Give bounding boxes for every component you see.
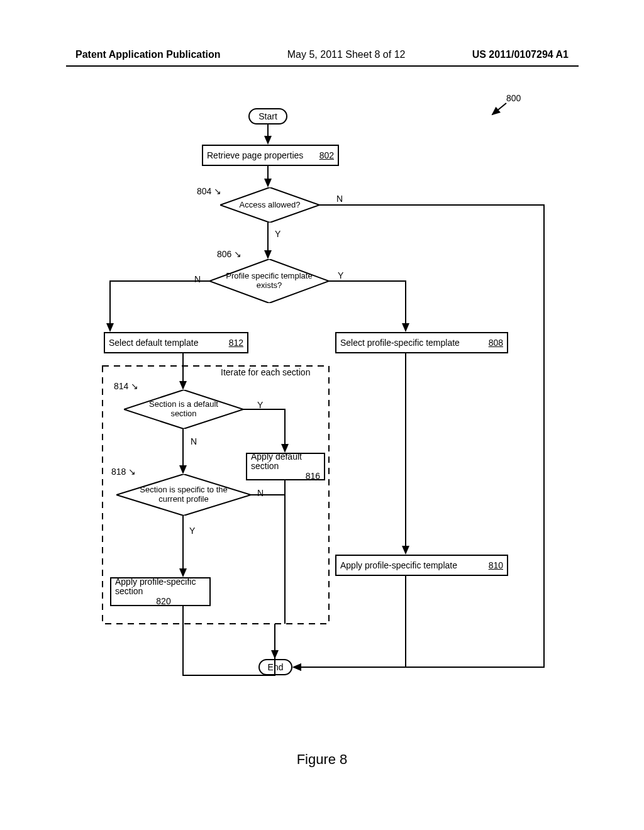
figure-ref-800: 800 [506, 93, 521, 103]
flowchart-canvas: 800 Start Retrieve page properties 802 A… [66, 82, 579, 711]
figure-caption: Figure 8 [0, 751, 644, 768]
decision-section-specific-profile: Section is specific to the current profi… [116, 474, 251, 516]
svg-line-4 [492, 103, 506, 114]
terminator-end-label: End [268, 662, 284, 672]
process-apply-profile-template-label: Apply profile-specific template [340, 560, 482, 570]
branch-no-section-profile: N [257, 488, 264, 498]
decision-profile-template-text: Profile specific template exists? [221, 272, 318, 290]
branch-yes-profile-template: Y [338, 270, 343, 280]
process-apply-profile-template-ref: 810 [482, 560, 503, 570]
decision-profile-template-ref: 806 ↘ [217, 249, 242, 259]
branch-yes-default-section: Y [257, 400, 263, 410]
process-retrieve-label: Retrieve page properties [207, 150, 313, 160]
process-select-default-template: Select default template 812 [104, 332, 248, 353]
process-retrieve-page-properties: Retrieve page properties 802 [202, 145, 339, 166]
process-select-default-label: Select default template [109, 338, 223, 348]
decision-section-default-text: Section is a default section [135, 400, 232, 419]
process-select-profile-label: Select profile-specific template [340, 338, 482, 348]
terminator-start: Start [248, 108, 287, 124]
process-apply-profile-section-label: Apply profile-specific section [115, 577, 206, 597]
decision-profile-template-exists: Profile specific template exists? [209, 259, 329, 303]
page-header: Patent Application Publication May 5, 20… [0, 49, 644, 60]
process-select-profile-ref: 808 [482, 338, 503, 348]
process-apply-default-section: Apply default section 816 [246, 453, 325, 480]
header-patent-number: US 2011/0107294 A1 [472, 49, 569, 60]
process-retrieve-ref: 802 [313, 150, 334, 160]
decision-access-allowed: Access allowed? [220, 187, 319, 223]
decision-access-text: Access allowed? [240, 201, 301, 210]
header-publication: Patent Application Publication [75, 49, 221, 60]
decision-access-ref: 804 ↘ [197, 186, 221, 196]
branch-no-access: N [336, 194, 343, 204]
branch-no-default-section: N [191, 436, 197, 446]
terminator-end: End [258, 659, 292, 675]
terminator-start-label: Start [258, 111, 277, 121]
process-apply-profile-template: Apply profile-specific template 810 [335, 555, 508, 576]
process-apply-default-section-label: Apply default section [251, 452, 320, 472]
decision-section-default: Section is a default section [124, 390, 243, 429]
branch-yes-section-profile: Y [189, 526, 195, 536]
branch-yes-access: Y [275, 229, 280, 239]
process-apply-profile-section: Apply profile-specific section 820 [110, 577, 211, 606]
decision-section-specific-ref: 818 ↘ [111, 467, 136, 477]
branch-no-profile-template: N [194, 274, 201, 284]
header-date-sheet: May 5, 2011 Sheet 8 of 12 [287, 49, 406, 60]
iterate-loop-label: Iterate for each section [221, 367, 310, 377]
process-select-default-ref: 812 [223, 338, 243, 348]
decision-section-default-ref: 814 ↘ [114, 381, 138, 391]
decision-section-specific-text: Section is specific to the current profi… [128, 485, 240, 504]
process-apply-profile-section-ref: 820 [150, 596, 170, 606]
process-select-profile-template: Select profile-specific template 808 [335, 332, 508, 353]
header-rule [66, 65, 579, 67]
process-apply-default-section-ref: 816 [306, 471, 320, 481]
